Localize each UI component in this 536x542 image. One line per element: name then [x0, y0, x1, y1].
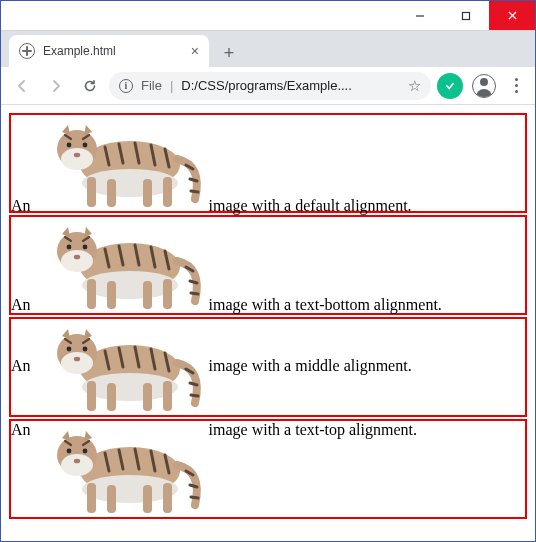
page-viewport: An image with a default alignment.An ima… [1, 105, 535, 541]
url-scheme-label: File [141, 78, 162, 93]
alignment-example-row: An image with a text-bottom alignment. [9, 215, 527, 315]
row-text-after: image with a text-bottom alignment. [209, 296, 442, 313]
window-close-button[interactable] [489, 1, 535, 30]
alignment-example-row: An image with a default alignment. [9, 113, 527, 213]
example-rows: An image with a default alignment.An ima… [9, 113, 527, 519]
row-text-before: An [11, 421, 31, 438]
browser-tab-active[interactable]: Example.html × [9, 35, 209, 67]
new-tab-button[interactable]: + [215, 39, 243, 67]
browser-menu-button[interactable] [503, 71, 529, 101]
arrow-right-icon [48, 78, 64, 94]
close-icon [507, 10, 518, 21]
globe-icon [19, 43, 35, 59]
browser-toolbar: i File | D:/CSS/programs/Example.... ☆ [1, 67, 535, 105]
row-text-before: An [11, 296, 31, 313]
bookmark-star-icon[interactable]: ☆ [408, 77, 421, 95]
row-text-before: An [11, 197, 31, 214]
plus-icon: + [224, 43, 235, 64]
kebab-dot-icon [515, 90, 518, 93]
forward-button[interactable] [41, 71, 71, 101]
info-icon: i [119, 79, 133, 93]
row-text-after: image with a default alignment. [209, 197, 412, 214]
tab-close-icon[interactable]: × [191, 44, 199, 58]
avatar-icon [472, 74, 496, 98]
row-text-after: image with a text-top alignment. [209, 421, 417, 438]
alignment-example-row: An image with a middle alignment. [9, 317, 527, 417]
kebab-dot-icon [515, 78, 518, 81]
reload-button[interactable] [75, 71, 105, 101]
tiger-image [35, 421, 205, 517]
browser-tabstrip: Example.html × + [1, 31, 535, 67]
maximize-icon [461, 11, 471, 21]
extension-button[interactable] [435, 71, 465, 101]
tiger-image [35, 217, 205, 313]
address-bar[interactable]: i File | D:/CSS/programs/Example.... ☆ [109, 72, 431, 100]
window-maximize-button[interactable] [443, 1, 489, 30]
row-text-after: image with a middle alignment. [209, 357, 412, 374]
window-titlebar [1, 1, 535, 31]
extension-badge-icon [437, 73, 463, 99]
window-minimize-button[interactable] [397, 1, 443, 30]
row-text-before: An [11, 357, 31, 374]
back-button[interactable] [7, 71, 37, 101]
url-separator: | [170, 78, 173, 93]
tab-title: Example.html [43, 44, 183, 58]
tiger-image [35, 319, 205, 415]
arrow-left-icon [14, 78, 30, 94]
kebab-dot-icon [515, 84, 518, 87]
svg-rect-1 [463, 12, 470, 19]
url-path: D:/CSS/programs/Example.... [181, 78, 400, 93]
minimize-icon [415, 11, 425, 21]
reload-icon [82, 78, 98, 94]
tiger-image [35, 115, 205, 211]
alignment-example-row: An image with a text-top alignment. [9, 419, 527, 519]
profile-button[interactable] [469, 71, 499, 101]
